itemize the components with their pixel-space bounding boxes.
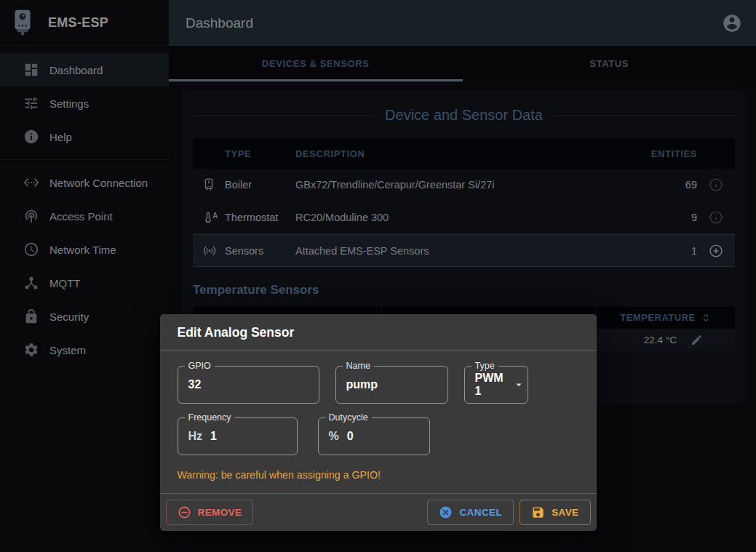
gpio-warning-text: Warning: be careful when assigning a GPI… bbox=[178, 469, 579, 481]
frequency-unit: Hz bbox=[188, 430, 203, 443]
gpio-value: 32 bbox=[188, 378, 202, 391]
remove-circle-icon bbox=[178, 505, 191, 519]
dutycycle-label: Dutycycle bbox=[325, 412, 372, 423]
cancel-circle-icon bbox=[439, 505, 453, 519]
cancel-button[interactable]: CANCEL bbox=[427, 500, 514, 525]
name-value: pump bbox=[346, 378, 378, 391]
name-label: Name bbox=[343, 361, 374, 371]
save-floppy-icon bbox=[531, 505, 545, 519]
type-value: PWM 1 bbox=[475, 372, 504, 398]
gpio-label: GPIO bbox=[185, 361, 215, 371]
ems-esp-app: EMS-ESP Dashboard Settings Help bbox=[0, 0, 756, 552]
type-select[interactable]: Type PWM 1 bbox=[464, 366, 528, 404]
dialog-footer: REMOVE CANCEL SAVE bbox=[160, 493, 597, 531]
frequency-field[interactable]: Frequency Hz 1 bbox=[178, 417, 298, 455]
name-field[interactable]: Name pump bbox=[335, 366, 448, 404]
gpio-field[interactable]: GPIO 32 bbox=[178, 366, 319, 404]
save-button[interactable]: SAVE bbox=[520, 500, 590, 525]
type-label: Type bbox=[471, 361, 498, 371]
frequency-label: Frequency bbox=[185, 412, 235, 423]
dialog-body: GPIO 32 Name pump Type PWM 1 Frequenc bbox=[160, 351, 597, 481]
edit-analog-sensor-dialog: Edit Analog Sensor GPIO 32 Name pump Typ… bbox=[160, 314, 597, 531]
chevron-down-icon bbox=[512, 378, 525, 391]
dutycycle-value: 0 bbox=[347, 430, 354, 443]
dutycycle-field[interactable]: Dutycycle % 0 bbox=[318, 417, 430, 455]
frequency-value: 1 bbox=[210, 430, 217, 443]
dutycycle-unit: % bbox=[329, 430, 339, 443]
remove-button[interactable]: REMOVE bbox=[166, 500, 254, 525]
dialog-title: Edit Analog Sensor bbox=[160, 314, 597, 351]
